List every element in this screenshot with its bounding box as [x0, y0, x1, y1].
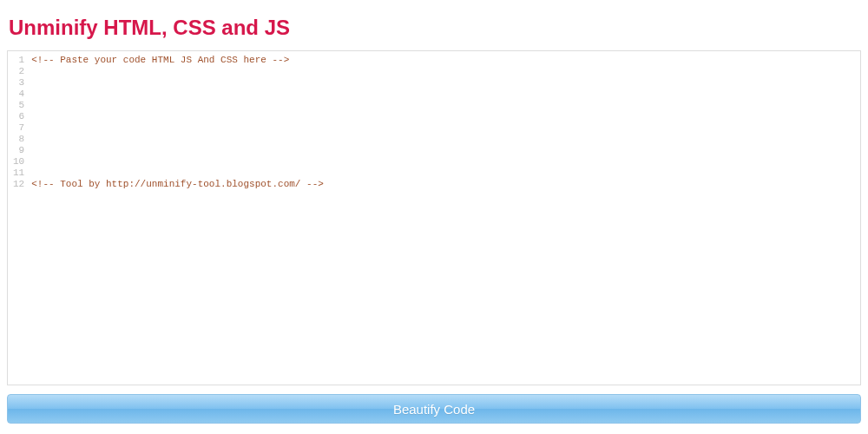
- line-number: 3: [13, 77, 24, 89]
- page-title: Unminify HTML, CSS and JS: [9, 16, 861, 40]
- code-line: [31, 134, 860, 145]
- code-line: <!-- Tool by http://unminify-tool.blogsp…: [31, 179, 860, 190]
- code-line: [31, 145, 860, 156]
- line-number: 8: [13, 134, 24, 145]
- code-line: [31, 100, 860, 111]
- line-number: 12: [13, 179, 24, 190]
- code-line: [31, 77, 860, 89]
- code-line: [31, 156, 860, 168]
- line-number: 6: [13, 111, 24, 122]
- code-line: <!-- Paste your code HTML JS And CSS her…: [31, 55, 860, 66]
- line-number: 5: [13, 100, 24, 111]
- code-editor-container: 123456789101112 <!-- Paste your code HTM…: [7, 50, 861, 385]
- line-number: 10: [13, 156, 24, 168]
- line-number: 9: [13, 145, 24, 156]
- code-line: [31, 168, 860, 179]
- beautify-button[interactable]: Beautify Code: [7, 394, 861, 424]
- code-editor[interactable]: <!-- Paste your code HTML JS And CSS her…: [28, 51, 860, 385]
- code-line: [31, 122, 860, 134]
- code-line: [31, 66, 860, 77]
- line-number-gutter: 123456789101112: [8, 51, 28, 385]
- line-number: 11: [13, 168, 24, 179]
- line-number: 1: [13, 55, 24, 66]
- code-line: [31, 89, 860, 100]
- code-line: [31, 111, 860, 122]
- line-number: 4: [13, 89, 24, 100]
- line-number: 2: [13, 66, 24, 77]
- line-number: 7: [13, 122, 24, 134]
